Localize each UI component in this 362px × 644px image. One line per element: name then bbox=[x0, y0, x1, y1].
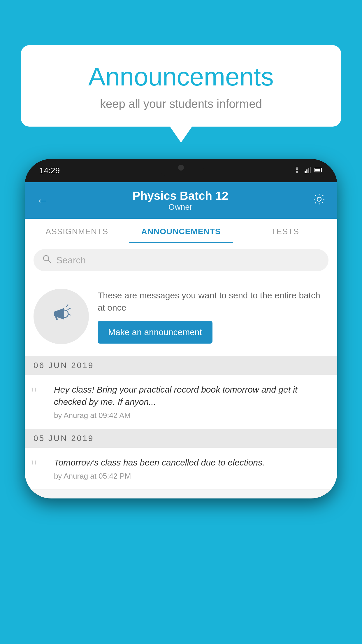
svg-rect-3 bbox=[308, 168, 309, 173]
announcement-text-2: Tomorrow's class has been cancelled due … bbox=[54, 456, 328, 469]
battery-icon bbox=[314, 167, 323, 174]
wifi-icon bbox=[293, 167, 301, 174]
svg-rect-7 bbox=[321, 169, 322, 171]
promo-description: These are messages you want to send to t… bbox=[98, 289, 328, 314]
announcement-text-1: Hey class! Bring your practical record b… bbox=[54, 384, 328, 408]
status-icons bbox=[293, 167, 323, 174]
svg-point-9 bbox=[43, 256, 49, 261]
svg-rect-2 bbox=[306, 169, 307, 173]
speech-bubble: Announcements keep all your students inf… bbox=[21, 45, 341, 127]
tab-bar: ASSIGNMENTS ANNOUNCEMENTS TESTS bbox=[25, 219, 337, 243]
back-button[interactable]: ← bbox=[36, 194, 48, 207]
announcement-meta-2: by Anurag at 05:42 PM bbox=[54, 472, 328, 481]
announcement-content-2: Tomorrow's class has been cancelled due … bbox=[54, 456, 328, 481]
phone-body: 14:29 bbox=[25, 159, 337, 498]
svg-point-0 bbox=[296, 172, 298, 173]
settings-icon[interactable] bbox=[313, 193, 326, 208]
header-subtitle: Owner bbox=[132, 202, 228, 212]
speech-bubble-container: Announcements keep all your students inf… bbox=[21, 45, 341, 127]
notch bbox=[158, 159, 204, 176]
date-separator-1: 06 JUN 2019 bbox=[25, 356, 337, 375]
svg-rect-1 bbox=[305, 171, 306, 173]
quote-icon-2: " bbox=[31, 458, 48, 474]
search-container: Search bbox=[25, 243, 337, 277]
svg-point-8 bbox=[317, 197, 321, 201]
promo-block: These are messages you want to send to t… bbox=[25, 277, 337, 356]
search-icon bbox=[42, 254, 52, 266]
make-announcement-button[interactable]: Make an announcement bbox=[98, 321, 212, 344]
megaphone-icon bbox=[48, 301, 74, 332]
promo-content: These are messages you want to send to t… bbox=[98, 289, 328, 344]
announcement-content-1: Hey class! Bring your practical record b… bbox=[54, 384, 328, 420]
phone-mockup: 14:29 bbox=[25, 159, 337, 498]
status-time: 14:29 bbox=[39, 166, 60, 175]
search-placeholder: Search bbox=[56, 255, 86, 266]
svg-line-13 bbox=[68, 308, 70, 309]
status-bar: 14:29 bbox=[25, 159, 337, 182]
date-separator-2: 05 JUN 2019 bbox=[25, 429, 337, 448]
svg-line-12 bbox=[66, 305, 68, 307]
announcement-meta-1: by Anurag at 09:42 AM bbox=[54, 411, 328, 420]
quote-icon-1: " bbox=[31, 385, 48, 401]
phone-screen: Search bbox=[25, 243, 337, 490]
announcement-item-1[interactable]: " Hey class! Bring your practical record… bbox=[25, 375, 337, 429]
promo-icon-circle bbox=[34, 289, 89, 344]
tab-assignments[interactable]: ASSIGNMENTS bbox=[25, 219, 129, 243]
svg-rect-4 bbox=[310, 167, 311, 173]
svg-line-10 bbox=[48, 260, 51, 263]
camera bbox=[178, 165, 184, 171]
phone-bottom bbox=[25, 490, 337, 498]
header-center: Physics Batch 12 Owner bbox=[132, 189, 228, 212]
search-bar[interactable]: Search bbox=[34, 249, 328, 271]
announcement-item-2[interactable]: " Tomorrow's class has been cancelled du… bbox=[25, 448, 337, 490]
bubble-subtitle: keep all your students informed bbox=[36, 97, 326, 111]
svg-rect-11 bbox=[54, 312, 57, 316]
app-header: ← Physics Batch 12 Owner bbox=[25, 182, 337, 219]
tab-tests[interactable]: TESTS bbox=[233, 219, 337, 243]
tab-announcements[interactable]: ANNOUNCEMENTS bbox=[129, 219, 233, 243]
header-title: Physics Batch 12 bbox=[132, 189, 228, 202]
signal-icon bbox=[305, 167, 311, 174]
bubble-title: Announcements bbox=[36, 63, 326, 91]
svg-rect-6 bbox=[315, 169, 320, 172]
